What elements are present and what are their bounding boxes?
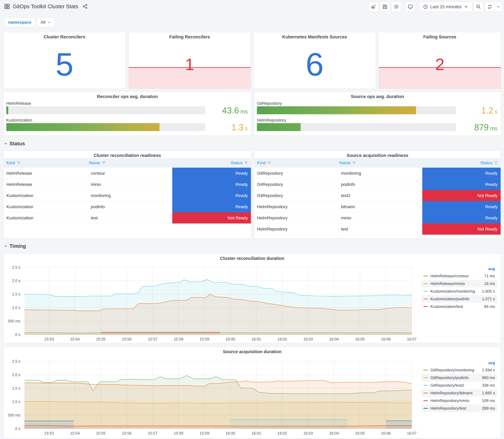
cell-name: minio [338, 212, 422, 223]
gauge-track [257, 123, 456, 131]
gauge-track [6, 123, 205, 131]
column-header-kind[interactable]: Kind [254, 158, 336, 168]
gauge-fill-gradient [6, 123, 160, 131]
column-header-status[interactable]: Status [418, 158, 501, 168]
status-cell: Ready [422, 212, 501, 223]
cell-kind: Kustomization [4, 212, 88, 223]
status-cell: Ready [422, 201, 501, 212]
legend-avg-header[interactable]: avg [421, 265, 497, 272]
filter-funnel-icon[interactable] [494, 161, 498, 165]
legend-item[interactable]: GitRepository/test2338 ms [421, 381, 497, 389]
y-axis-tick-label: 2.5 s [4, 359, 20, 364]
panel-title[interactable]: Failing Reconcilers [129, 34, 251, 39]
section-status-toggle[interactable]: Status [4, 141, 25, 146]
x-axis-tick-label: 15:54 [70, 431, 80, 436]
x-axis-tick-label: 15:58 [174, 337, 184, 341]
legend-avg-header[interactable]: avg [421, 359, 497, 366]
y-axis-tick-label: 2.0 s [4, 373, 20, 377]
zoom-out-button[interactable] [474, 2, 483, 12]
table-row: HelmReleasecontourReady [4, 168, 251, 179]
column-header-name[interactable]: Name [86, 158, 169, 168]
legend-item[interactable]: HelmRepository/minio108 ms [421, 397, 497, 404]
series-name: HelmRepository/minio [430, 398, 482, 403]
filter-funnel-icon[interactable] [16, 161, 21, 165]
cell-kind: HelmRepository [254, 212, 338, 223]
series-color-swatch [423, 408, 428, 409]
column-header-status[interactable]: Status [169, 158, 251, 168]
legend-item[interactable]: Kustomization/test84 ms [421, 303, 497, 310]
cell-kind: HelmRelease [4, 179, 88, 190]
panel-title[interactable]: Source ops avg. duration [254, 94, 501, 99]
x-axis-tick-label: 15:53 [44, 431, 54, 436]
chart-legend: avgHelmRelease/contour71 msHelmRelease/m… [421, 265, 497, 310]
status-badge: Ready [422, 179, 501, 190]
gear-icon [393, 4, 399, 10]
add-panel-button[interactable] [369, 2, 379, 12]
series-name: GitRepository/podinfo [430, 375, 482, 380]
kiosk-tv-button[interactable] [406, 2, 415, 12]
table-row: HelmRepositorytestNot Ready [254, 223, 501, 235]
stat-panel-kubernetes-manifests-sources: Kubernetes Manifests Sources6 [254, 32, 376, 89]
legend-item[interactable]: HelmRelease/minio16 ms [421, 280, 497, 287]
table-row: KustomizationmonitoringReady [4, 190, 251, 201]
panel-title[interactable]: Failing Sources [379, 34, 501, 39]
panel-title[interactable]: Reconciler ops avg. duration [3, 94, 251, 99]
gauge-panel-source-ops: Source ops avg. durationGitRepository1.2… [254, 92, 501, 136]
page-title[interactable]: GitOps Toolkit Cluster Stats [13, 3, 78, 10]
series-name: HelmRelease/minio [430, 281, 484, 286]
x-axis-tick-label: 15:56 [122, 431, 132, 436]
dashboard-header: GitOps Toolkit Cluster Stats Last 15 min… [0, 0, 504, 13]
section-timing-toggle[interactable]: Timing [4, 243, 26, 249]
share-icon[interactable] [83, 4, 88, 9]
x-axis-tick-label: 16:04 [329, 337, 339, 341]
stat-value: 5 [3, 48, 125, 81]
filter-funnel-icon[interactable] [352, 161, 356, 165]
variable-namespace-label[interactable]: namespace [4, 18, 35, 27]
refresh-button[interactable] [485, 2, 495, 12]
refresh-icon [487, 4, 492, 10]
legend-item[interactable]: GitRepository/monitoring1.594 s [421, 366, 497, 374]
time-range-label: Last 15 minutes [430, 4, 461, 9]
column-header-name[interactable]: Name [336, 158, 419, 168]
y-axis-tick-label: 500 ms [4, 413, 20, 417]
legend-item[interactable]: GitRepository/podinfo980 ms [421, 374, 497, 381]
column-header-kind[interactable]: Kind [4, 158, 86, 168]
series-color-swatch [423, 385, 428, 386]
gauge-fill [257, 106, 416, 114]
save-dashboard-button[interactable] [380, 2, 390, 12]
dashboard-settings-button[interactable] [391, 2, 401, 12]
status-badge: Ready [172, 168, 251, 179]
panel-title[interactable]: Cluster reconciliation readiness [3, 153, 251, 158]
apps-grid-icon[interactable] [4, 3, 10, 10]
cell-kind: HelmRelease [4, 168, 88, 179]
legend-item[interactable]: HelmRelease/contour71 ms [421, 272, 497, 280]
gauge-value: 1.3s [232, 122, 248, 132]
series-avg-value: 1.071 s [482, 297, 495, 301]
legend-item[interactable]: Kustomization/monitoring1.605 s [421, 287, 497, 295]
status-badge: Ready [172, 201, 251, 212]
x-axis-tick-label: 15:56 [122, 337, 132, 341]
filter-funnel-icon[interactable] [244, 161, 248, 165]
variable-namespace-value-dropdown[interactable]: All [37, 18, 55, 27]
cell-kind: GitRepository [254, 190, 338, 201]
series-avg-value: 1.695 s [482, 391, 495, 395]
series-color-swatch [423, 283, 428, 284]
filter-funnel-icon[interactable] [102, 161, 106, 165]
filter-funnel-icon[interactable] [267, 161, 271, 165]
legend-item[interactable]: HelmRepository/bitnami1.695 s [421, 389, 497, 397]
time-range-picker[interactable]: Last 15 minutes [419, 2, 472, 12]
table-row: GitRepositorytest2Not Ready [254, 190, 501, 201]
cell-name: podinfo [88, 201, 172, 212]
x-axis-tick-label: 16:02 [277, 337, 287, 341]
series-avg-value: 338 ms [482, 383, 495, 388]
refresh-interval-dropdown[interactable] [495, 2, 502, 12]
chart-legend: avgGitRepository/monitoring1.594 sGitRep… [421, 359, 497, 412]
legend-item[interactable]: HelmRepository/test289 ms [421, 404, 497, 412]
panel-title[interactable]: Cluster Reconcilers [3, 34, 125, 39]
status-cell: Not Ready [172, 212, 251, 223]
series-name: GitRepository/test2 [430, 383, 482, 388]
cell-name: test [338, 223, 422, 235]
panel-title[interactable]: Kubernetes Manifests Sources [254, 34, 376, 39]
panel-title[interactable]: Source acquisition readiness [254, 153, 501, 158]
legend-item[interactable]: Kustomization/podinfo1.071 s [421, 295, 497, 303]
